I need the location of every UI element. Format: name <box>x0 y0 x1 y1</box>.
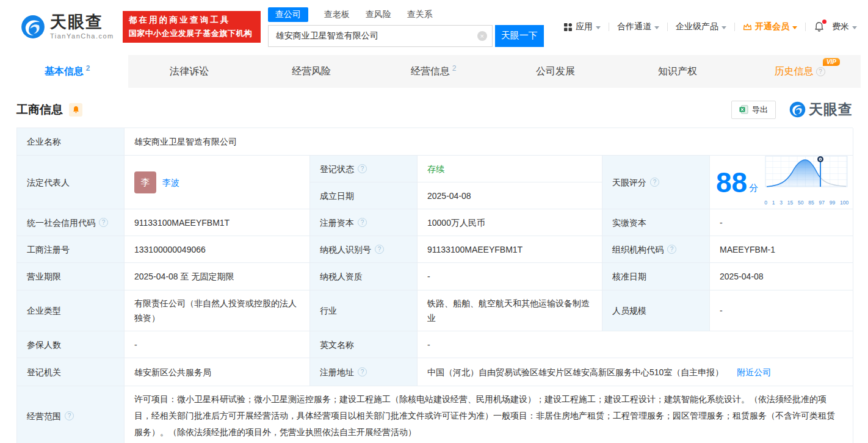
avatar[interactable]: 李 <box>134 171 156 193</box>
tab-basic-info[interactable]: 基本信息 2 <box>6 55 128 88</box>
section-title: 工商信息 <box>16 102 63 118</box>
help-icon[interactable] <box>358 164 367 173</box>
tick-label: 97 <box>819 196 824 209</box>
search-tab-relation[interactable]: 查关系 <box>407 7 433 22</box>
search-input[interactable] <box>276 31 477 41</box>
legal-rep-value: 李 李波 <box>125 156 310 209</box>
divider <box>805 23 806 31</box>
english-name-value: - <box>418 331 853 358</box>
site-logo[interactable]: 天眼查 TianYanCha.com <box>21 14 114 40</box>
chevron-down-icon <box>654 26 659 29</box>
export-button[interactable]: 导出 <box>731 101 776 119</box>
nav-apps-label: 应用 <box>576 21 593 32</box>
notifications-button[interactable] <box>814 21 825 32</box>
company-type-value: 有限责任公司（非自然人投资或控股的法人独资） <box>125 290 310 331</box>
legal-rep-link[interactable]: 李波 <box>162 176 179 189</box>
tab-company-development[interactable]: 公司发展 <box>494 55 617 88</box>
tick-label: 0 <box>764 196 767 209</box>
help-icon[interactable] <box>65 411 74 420</box>
org-code-value: MAEEYFBM-1 <box>710 236 853 263</box>
nav-user-menu[interactable]: 费米 <box>832 21 857 32</box>
nav-enterprise-products[interactable]: 企业级产品 <box>676 21 726 32</box>
table-row: 企业名称 雄安商业卫星智造有限公司 <box>17 128 853 156</box>
tick-label: 1 <box>772 196 775 209</box>
watermark-text: 天眼查 <box>809 100 853 119</box>
excel-icon <box>739 105 748 114</box>
search-tab-boss[interactable]: 查老板 <box>324 7 350 22</box>
tab-label: 公司发展 <box>536 65 575 78</box>
reg-number-value: 133100000049066 <box>125 236 310 263</box>
crown-icon <box>743 23 752 31</box>
business-info-table: 企业名称 雄安商业卫星智造有限公司 法定代表人 李 李波 登记状态 存续 成立日… <box>16 128 853 443</box>
chart-axis-ticks: 0131550859799100 <box>764 196 848 209</box>
reg-capital-value: 10000万人民币 <box>418 209 602 236</box>
table-row: 工商注册号 133100000049066 纳税人识别号 91133100MAE… <box>17 236 853 263</box>
tab-history-info[interactable]: VIP 历史信息 <box>739 55 861 88</box>
tab-intellectual-property[interactable]: 知识产权 <box>617 55 739 88</box>
nav-partner-channel[interactable]: 合作通道 <box>617 21 659 32</box>
help-icon[interactable] <box>99 218 108 227</box>
notification-dot <box>822 20 826 24</box>
approval-date-value: 2025-04-08 <box>710 263 853 290</box>
nav-vip-label: 开通会员 <box>755 21 789 32</box>
chevron-down-icon <box>792 26 797 29</box>
tab-business-info[interactable]: 经营信息 2 <box>372 55 494 88</box>
help-icon[interactable] <box>650 178 659 187</box>
monitor-bell-button[interactable] <box>69 103 82 117</box>
section-header: 工商信息 导出 天眼查 <box>0 88 868 126</box>
nav-vip-upgrade[interactable]: 开通会员 <box>743 21 797 32</box>
field-label: 英文名称 <box>310 331 418 358</box>
divider <box>667 23 668 31</box>
field-label: 企业类型 <box>17 290 125 331</box>
apps-grid-icon <box>563 23 573 32</box>
tab-operating-risk[interactable]: 经营风险 <box>250 55 372 88</box>
field-label: 注册地址 <box>310 358 418 386</box>
score-distribution-chart: 0131550859799100 <box>764 155 848 209</box>
tianyancha-logo-icon <box>789 101 806 118</box>
nearby-companies-link[interactable]: 附近公司 <box>737 366 771 379</box>
search-tab-company[interactable]: 查公司 <box>268 7 308 22</box>
score-value: 88 分 <box>710 156 853 209</box>
logo-brand-text: 天眼查 <box>50 14 114 31</box>
field-label: 成立日期 <box>310 182 418 209</box>
field-label: 人员规模 <box>602 290 710 331</box>
vip-badge: VIP <box>823 58 840 66</box>
tab-label: 基本信息 <box>45 65 84 78</box>
help-icon[interactable] <box>358 367 367 376</box>
score-unit: 分 <box>749 181 758 195</box>
field-label: 纳税人识别号 <box>310 236 418 263</box>
tab-bar: 基本信息 2 法律诉讼 经营风险 经营信息 2 公司发展 知识产权 VIP 历史… <box>6 55 861 88</box>
industry-value: 铁路、船舶、航空航天和其他运输设备制造业 <box>418 290 602 331</box>
company-name-value: 雄安商业卫星智造有限公司 <box>125 128 853 156</box>
field-label: 营业期限 <box>17 263 125 290</box>
tab-legal-proceedings[interactable]: 法律诉讼 <box>128 55 250 88</box>
divider <box>734 23 735 31</box>
help-icon[interactable] <box>667 245 676 254</box>
clear-search-icon[interactable]: × <box>477 31 487 41</box>
banner-line2: 国家中小企业发展子基金旗下机构 <box>129 28 255 39</box>
field-label: 参保人数 <box>17 331 125 358</box>
tick-label: 100 <box>840 196 848 209</box>
help-icon[interactable] <box>816 67 825 76</box>
tab-badge: 2 <box>86 64 90 73</box>
help-icon[interactable] <box>375 245 384 254</box>
field-label: 法定代表人 <box>17 156 125 209</box>
nav-apps[interactable]: 应用 <box>563 21 601 32</box>
help-icon[interactable] <box>358 218 367 227</box>
tianyancha-watermark: 天眼查 <box>789 100 853 119</box>
field-label: 注册资本 <box>310 209 418 236</box>
search-button[interactable]: 天眼一下 <box>495 25 544 47</box>
tianyancha-logo-icon <box>21 15 45 39</box>
export-label: 导出 <box>752 104 768 115</box>
chevron-down-icon <box>722 26 726 29</box>
table-row: 企业类型 有限责任公司（非自然人投资或控股的法人独资） 行业 铁路、船舶、航空航… <box>17 290 853 331</box>
search-tab-risk[interactable]: 查风险 <box>366 7 391 22</box>
tab-label: 知识产权 <box>658 65 697 78</box>
promo-banner: 都在用的商业查询工具 国家中小企业发展子基金旗下机构 <box>123 11 261 43</box>
divider <box>609 23 609 31</box>
field-label: 工商注册号 <box>17 236 125 263</box>
nav-enterprise-label: 企业级产品 <box>676 21 718 32</box>
tick-label: 85 <box>808 196 814 209</box>
field-label: 纳税人资质 <box>310 263 418 290</box>
search-area: 查公司 查老板 查风险 查关系 × 天眼一下 <box>268 7 544 47</box>
